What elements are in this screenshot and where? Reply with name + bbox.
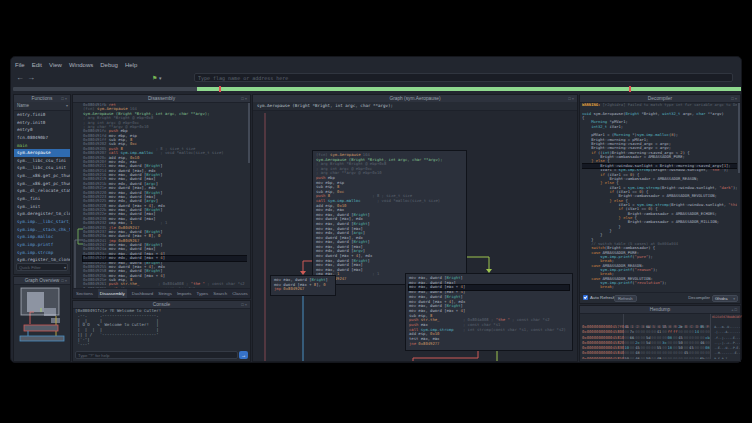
graph-function-signature: sym.Aeropause (Bright *Bright, int argc,… <box>253 102 577 111</box>
seekbar[interactable] <box>13 87 741 91</box>
close-icon[interactable]: × <box>572 96 575 101</box>
disassembly-panel: Disassembly □× 0x080491fb ret(fcn) sym.A… <box>72 94 251 299</box>
hexdump-rows[interactable]: 0x00000000000457f0410000006d00005500002e… <box>580 320 740 359</box>
hexdump-panel-title: Hexdump <box>580 306 740 314</box>
flag-icon: ⚑ <box>152 75 157 81</box>
disassembly-scrollbar[interactable] <box>248 103 250 163</box>
menubar: FileEditViewWindowsDebugHelp <box>15 60 137 70</box>
disassembly-panel-title: Disassembly <box>73 95 250 103</box>
seekbar-section <box>197 87 741 91</box>
graph-node-entry[interactable]: (fcn) sym.Aeropause 164sym.Aeropause (Br… <box>312 150 467 285</box>
function-list-item[interactable]: sym.imp.__libc_start_main <box>14 218 70 226</box>
back-arrow-icon[interactable]: ← <box>15 73 25 83</box>
send-arrow-icon: → <box>241 352 246 358</box>
close-icon[interactable]: × <box>65 96 68 101</box>
close-icon[interactable]: × <box>735 96 738 101</box>
disassembly-listing[interactable]: 0x080491fb ret(fcn) sym.Aeropause 164sym… <box>73 103 247 291</box>
close-icon[interactable]: × <box>245 96 248 101</box>
decompiler-engine-select[interactable]: Ghidra▾ <box>712 295 738 302</box>
menu-item-view[interactable]: View <box>49 60 62 70</box>
tab-imports[interactable]: Imports <box>177 289 192 298</box>
console-send-button[interactable]: → <box>239 351 248 359</box>
function-list-item[interactable]: entry.init0 <box>14 119 70 127</box>
code-line[interactable]: WARNING: [r2ghidra] Failed to match type… <box>582 103 737 107</box>
minimap-svg <box>14 284 70 361</box>
tab-classes[interactable]: Classes <box>232 289 248 298</box>
quick-filter-input[interactable] <box>16 263 68 271</box>
console-input[interactable] <box>75 351 238 359</box>
code-line[interactable]: break; <box>582 285 737 289</box>
dock-tabs: SectionsDisassemblyDashboardStringsImpor… <box>73 288 250 298</box>
function-list-item[interactable]: sym.__x86.get_pc_thunk.bx <box>14 180 70 188</box>
forward-arrow-icon[interactable]: → <box>26 73 36 83</box>
function-list-item[interactable]: sym._fini <box>14 195 70 203</box>
seekbar-marker <box>629 86 631 92</box>
close-icon[interactable]: × <box>245 302 248 307</box>
tab-dashboard[interactable]: Dashboard <box>132 289 153 298</box>
decompiler-code[interactable]: WARNING: [r2ghidra] Failed to match type… <box>582 103 737 295</box>
function-list-item[interactable]: sym.__libc_csu_init <box>14 164 70 172</box>
filter-icon: ▾ <box>64 265 66 270</box>
graph-overview-minimap[interactable] <box>14 284 70 361</box>
decompiler-panel: Decompiler □× WARNING: [r2ghidra] Failed… <box>579 94 741 304</box>
code-line[interactable]: void sym.Aeropause(Bright *Bright, uint3… <box>582 112 737 116</box>
hex-row[interactable]: 0x0000000000045800007c000000004100ffff00… <box>580 325 740 330</box>
cutter-main-window: FileEditViewWindowsDebugHelp ← → ⚑ ▾ Fun… <box>10 56 742 363</box>
tab-search[interactable]: Search <box>213 289 227 298</box>
chevron-down-icon: ▾ <box>733 296 735 302</box>
hex-row[interactable]: 0x00000000000458505000460050004900000000… <box>580 352 740 357</box>
decompiler-panel-title: Decompiler <box>580 95 740 103</box>
function-list-item[interactable]: fcn.080490b7 <box>14 134 70 142</box>
menu-item-windows[interactable]: Windows <box>69 60 93 70</box>
function-list-item[interactable]: sym._init <box>14 203 70 211</box>
decompiler-controls: Auto Refresh Refresh Decompiler Ghidra▾ <box>580 292 740 303</box>
function-list-item[interactable]: sym.__x86.get_pc_thunk.bp <box>14 172 70 180</box>
tab-sections[interactable]: Sections <box>76 289 93 298</box>
close-icon[interactable]: × <box>65 278 68 283</box>
graph-canvas[interactable]: (fcn) sym.Aeropause 164sym.Aeropause (Br… <box>253 111 577 361</box>
flag-dropdown[interactable]: ⚑ ▾ <box>152 74 162 81</box>
refresh-button[interactable]: Refresh <box>614 295 637 302</box>
graph-node-left[interactable]: mov eax, dword [Bright]mov dword [eax + … <box>270 275 336 296</box>
graph-overview-panel: Graph Overview □× <box>13 276 71 362</box>
function-list-item[interactable]: sym.imp.strcmp <box>14 249 70 257</box>
function-list-item[interactable]: sym._dl_relocate_static_pie <box>14 187 70 195</box>
decompiler-engine-label: Decompiler <box>688 293 710 303</box>
menu-item-help[interactable]: Help <box>125 60 137 70</box>
code-line[interactable]: jne 0x8049277 <box>409 342 569 347</box>
decompiler-scrollbar[interactable] <box>738 103 740 173</box>
auto-refresh-checkbox[interactable] <box>583 295 588 300</box>
function-list-item[interactable]: sym.Aeropause <box>14 149 70 157</box>
graph-node-right[interactable]: mov eax, dword [Bright]mov eax, dword [e… <box>405 273 573 351</box>
hexdump-panel: Hexdump +□ 0123456789ABCDEF 0123456789AB… <box>579 305 741 362</box>
chevron-down-icon: ▾ <box>159 75 162 81</box>
function-list-item[interactable]: entry0 <box>14 126 70 134</box>
graph-panel: Graph (sym.Aeropause) □× sym.Aeropause (… <box>252 94 578 362</box>
omnibox-search-input[interactable] <box>194 73 733 82</box>
menu-item-edit[interactable]: Edit <box>32 60 42 70</box>
function-list-item[interactable]: sym.__libc_csu_fini <box>14 157 70 165</box>
console-panel-title: Console <box>73 301 250 309</box>
function-list-item[interactable]: sym.imp.malloc <box>14 233 70 241</box>
menu-item-debug[interactable]: Debug <box>100 60 118 70</box>
toolbar: ← → ⚑ ▾ <box>11 72 741 85</box>
functions-list: entry.fini0entry.init0entry0fcn.080490b7… <box>14 111 70 264</box>
functions-panel: Functions □× Name▾ entry.fini0entry.init… <box>13 94 71 275</box>
console-line: `---' <box>75 343 248 348</box>
auto-refresh-label: Auto Refresh <box>590 293 615 303</box>
functions-name-header[interactable]: Name▾ <box>14 102 70 111</box>
code-line[interactable]: jmp 0x8049267 <box>274 287 332 292</box>
tab-strings[interactable]: Strings <box>158 289 172 298</box>
function-list-item[interactable]: entry.fini0 <box>14 111 70 119</box>
function-list-item[interactable]: sym.imp.__stack_chk_fail <box>14 226 70 234</box>
function-list-item[interactable]: sym.imp.printf <box>14 241 70 249</box>
hex-row[interactable]: 0x00000000000458400000480000000000000000… <box>580 346 740 351</box>
tab-disassembly[interactable]: Disassembly <box>98 289 127 298</box>
function-list-item[interactable]: main <box>14 142 70 150</box>
function-list-item[interactable]: sym.deregister_tm_clones <box>14 210 70 218</box>
menu-item-file[interactable]: File <box>15 60 25 70</box>
tab-types[interactable]: Types <box>197 289 209 298</box>
seekbar-marker <box>219 86 221 92</box>
console-panel: Console □× [0x080491fc]> ?E Welcome to C… <box>72 300 251 362</box>
undock-icon[interactable]: □ <box>735 307 738 312</box>
